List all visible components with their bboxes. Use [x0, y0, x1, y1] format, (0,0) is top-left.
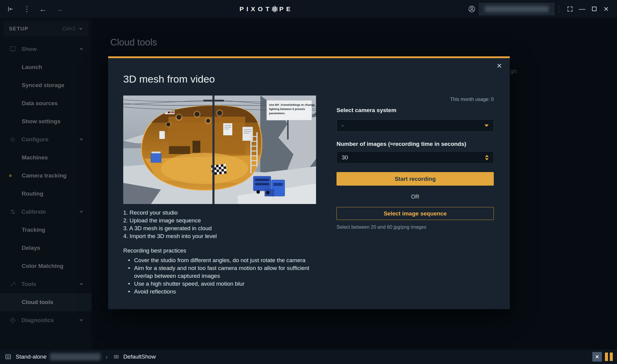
- close-icon[interactable]: ×: [496, 61, 502, 71]
- start-recording-button[interactable]: Start recording: [337, 172, 494, 186]
- select-image-sequence-button[interactable]: Select image sequence: [337, 207, 494, 220]
- maximize-button[interactable]: [588, 3, 600, 15]
- pause-icon[interactable]: [605, 353, 613, 361]
- blurred-user-email: [485, 6, 549, 12]
- camera-system-value: -: [342, 122, 343, 129]
- pixotope-logo: PIXOT PE: [240, 5, 293, 13]
- atom-icon: [112, 353, 120, 361]
- top-bar: ⋮ ← → PIXOT PE — ×: [0, 0, 617, 18]
- best-practices-title: Recording best practices: [123, 247, 186, 254]
- machine-icon: [4, 353, 12, 361]
- minimize-button[interactable]: —: [576, 3, 588, 15]
- show-name-label[interactable]: DefaultShow: [123, 353, 156, 360]
- recording-controls: This month usage: 0 Select camera system…: [337, 58, 494, 309]
- best-practice-item: •Cover the studio from different angles,…: [123, 256, 311, 264]
- collapse-sidebar-icon[interactable]: [7, 5, 14, 13]
- sign-text-line: lighting between 5 presets: [269, 107, 305, 111]
- logo-text-suffix: PE: [279, 5, 293, 13]
- chevron-down-icon: [484, 124, 489, 127]
- camera-system-dropdown[interactable]: -: [337, 119, 494, 132]
- stepper-down-icon[interactable]: [485, 158, 489, 160]
- user-email-panel[interactable]: [479, 3, 555, 15]
- sign-text-line: Use BP_SceneSettings to change: [269, 103, 315, 106]
- mode-label: Stand-alone: [16, 353, 46, 360]
- forward-arrow-icon[interactable]: →: [55, 5, 63, 13]
- number-stepper[interactable]: [485, 155, 489, 160]
- workflow-step: 2. Upload the image sequence: [123, 217, 217, 224]
- best-practice-text: Cover the studio from different angles, …: [134, 256, 305, 264]
- bullet-marker: •: [128, 288, 134, 296]
- best-practice-item: •Use a high shutter speed, avoid motion …: [123, 280, 311, 288]
- blurred-machine-name: [50, 353, 101, 360]
- studio-scan-image: Use BP_SceneSettings to change lighting …: [123, 96, 316, 204]
- logo-text-prefix: PIXOT: [240, 5, 272, 13]
- best-practice-text: Use a high shutter speed, avoid motion b…: [134, 280, 245, 288]
- workflow-step: 1. Record your studio: [123, 209, 217, 217]
- topbar-divider: [559, 5, 559, 13]
- best-practice-text: Avoid reflections: [134, 288, 176, 296]
- bullet-marker: •: [128, 256, 134, 264]
- or-divider: OR: [337, 194, 494, 200]
- workflow-steps: 1. Record your studio 2. Upload the imag…: [123, 209, 217, 240]
- breadcrumb-separator: ›: [105, 353, 108, 360]
- number-of-images-value: 30: [342, 154, 348, 161]
- bullet-marker: •: [128, 264, 134, 280]
- image-count-hint: Select between 20 and 60 jpg/png images: [337, 224, 426, 230]
- close-show-icon[interactable]: ×: [592, 352, 602, 362]
- status-bar: Stand-alone › DefaultShow ×: [0, 350, 617, 364]
- best-practices-list: •Cover the studio from different angles,…: [123, 256, 311, 296]
- atom-icon: [271, 5, 279, 13]
- best-practice-text: Aim for a steady and not too fast camera…: [134, 264, 311, 280]
- kebab-menu-icon[interactable]: ⋮: [23, 5, 31, 13]
- number-of-images-label: Number of images (≈recording time in sec…: [337, 141, 466, 147]
- back-arrow-icon[interactable]: ←: [39, 5, 47, 13]
- stepper-up-icon[interactable]: [485, 155, 489, 157]
- mesh-from-video-dialog: × 3D mesh from video: [108, 56, 510, 309]
- workflow-step: 3. A 3D mesh is generated in cloud: [123, 224, 217, 232]
- camera-system-label: Select camera system: [337, 107, 396, 114]
- sign-text-line: parameters.: [269, 111, 285, 115]
- dialog-title: 3D mesh from video: [123, 73, 215, 85]
- usage-counter: This month usage: 0: [450, 97, 494, 102]
- fit-window-icon[interactable]: [564, 3, 576, 15]
- number-of-images-input[interactable]: 30: [337, 151, 494, 164]
- bullet-marker: •: [128, 280, 134, 288]
- best-practice-item: •Aim for a steady and not too fast camer…: [123, 264, 311, 280]
- workflow-step: 4. Import the 3D mesh into your level: [123, 232, 217, 240]
- user-account-icon[interactable]: [468, 5, 476, 13]
- close-window-button[interactable]: ×: [600, 3, 612, 15]
- best-practice-item: •Avoid reflections: [123, 288, 311, 296]
